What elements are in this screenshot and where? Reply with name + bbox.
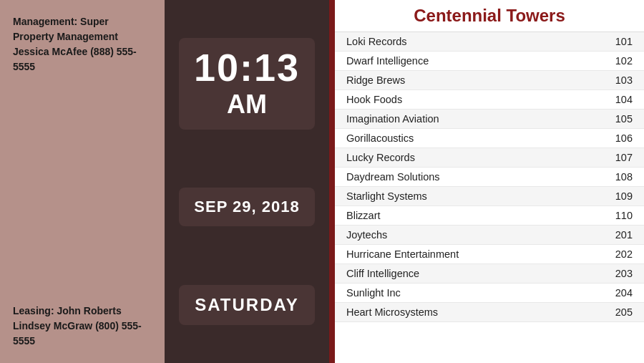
tenant-suite: 102 (604, 55, 633, 67)
tenant-name: Lucky Records (346, 152, 415, 163)
day-text: SATURDAY (195, 295, 298, 315)
tenant-name: Hurricane Entertainment (346, 248, 459, 260)
table-row: Blizzart110 (335, 206, 644, 226)
tenant-suite: 203 (604, 268, 633, 279)
tenant-suite: 103 (604, 74, 633, 86)
clock-time: 10:13 (194, 48, 300, 87)
management-info: Management: Super Property ManagementJes… (13, 14, 152, 74)
tenant-suite: 205 (604, 306, 633, 318)
date-text: SEP 29, 2018 (194, 198, 299, 216)
table-row: Joytechs201 (335, 226, 644, 245)
table-row: Hurricane Entertainment202 (335, 245, 644, 264)
tenant-name: Loki Records (346, 36, 407, 47)
table-row: Lucky Records107 (335, 148, 644, 168)
tenant-name: Heart Microsystems (346, 306, 438, 318)
right-panel: Centennial Towers Loki Records101Dwarf I… (335, 0, 644, 363)
tenant-suite: 105 (604, 113, 633, 125)
tenant-suite: 110 (604, 210, 633, 221)
clock-ampm: AM (227, 89, 267, 120)
tenant-name: Sunlight Inc (346, 287, 401, 299)
table-row: Gorillacoustics106 (335, 129, 644, 148)
tenant-list: Loki Records101Dwarf Intelligence102Ridg… (335, 32, 644, 363)
tenant-suite: 202 (604, 248, 633, 260)
vertical-stripe (329, 0, 335, 363)
building-title: Centennial Towers (414, 6, 565, 25)
tenant-suite: 109 (604, 190, 633, 202)
center-panel: 10:13 AM SEP 29, 2018 SATURDAY (165, 0, 329, 363)
tenant-name: Joytechs (346, 229, 387, 241)
table-row: Loki Records101 (335, 32, 644, 52)
tenant-name: Hook Foods (346, 94, 402, 105)
tenant-name: Dwarf Intelligence (346, 55, 429, 67)
building-header: Centennial Towers (335, 0, 644, 32)
table-row: Sunlight Inc204 (335, 284, 644, 303)
tenant-name: Blizzart (346, 210, 381, 221)
tenant-name: Starlight Systems (346, 190, 427, 202)
table-row: Hook Foods104 (335, 90, 644, 110)
leasing-info: Leasing: John RobertsLindsey McGraw (800… (13, 304, 152, 349)
tenant-suite: 204 (604, 287, 633, 299)
tenant-suite: 104 (604, 94, 633, 105)
table-row: Heart Microsystems205 (335, 303, 644, 322)
table-row: Ridge Brews103 (335, 71, 644, 90)
tenant-suite: 108 (604, 171, 633, 183)
table-row: Dwarf Intelligence102 (335, 52, 644, 71)
day-box: SATURDAY (179, 285, 315, 325)
table-row: Imagination Aviation105 (335, 110, 644, 129)
clock-box: 10:13 AM (179, 38, 315, 130)
table-row: Cliff Intelligence203 (335, 264, 644, 284)
table-row: Daydream Solutions108 (335, 168, 644, 187)
date-box: SEP 29, 2018 (179, 188, 315, 226)
tenant-name: Gorillacoustics (346, 132, 414, 144)
tenant-suite: 101 (604, 36, 633, 47)
tenant-name: Daydream Solutions (346, 171, 440, 183)
left-panel: Management: Super Property ManagementJes… (0, 0, 165, 363)
tenant-name: Ridge Brews (346, 74, 405, 86)
tenant-suite: 107 (604, 152, 633, 163)
tenant-suite: 201 (604, 229, 633, 241)
tenant-name: Cliff Intelligence (346, 268, 419, 279)
table-row: Starlight Systems109 (335, 187, 644, 206)
tenant-name: Imagination Aviation (346, 113, 439, 125)
tenant-suite: 106 (604, 132, 633, 144)
